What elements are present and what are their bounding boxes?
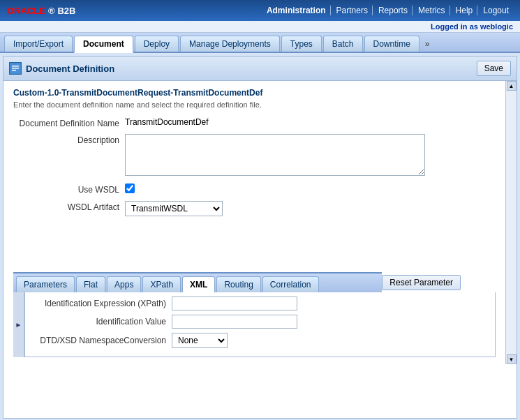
tab-types[interactable]: Types — [281, 36, 322, 52]
id-value-label: Identification Value — [32, 317, 172, 327]
tab-downtime[interactable]: Downtime — [364, 36, 419, 52]
oracle-logo-text: ORACLE — [7, 6, 45, 16]
tab-document[interactable]: Document — [74, 36, 133, 53]
tab-batch[interactable]: Batch — [323, 36, 363, 52]
use-wsdl-row: Use WSDL — [13, 183, 496, 195]
sub-content: Identification Expression (XPath) Identi… — [24, 292, 496, 357]
doc-subtitle: Enter the document definition name and s… — [13, 100, 496, 109]
tab-more[interactable]: » — [421, 36, 434, 52]
login-text: Logged in as — [431, 22, 478, 31]
vertical-scrollbar: ▲ ▼ — [505, 81, 517, 364]
tab-apps[interactable]: Apps — [107, 276, 141, 292]
svg-rect-2 — [12, 68, 19, 69]
tab-parameters[interactable]: Parameters — [16, 276, 75, 292]
tab-correlation[interactable]: Correlation — [262, 276, 319, 292]
b2b-logo-text: B2B — [57, 6, 75, 16]
id-value-row: Identification Value — [32, 315, 488, 329]
wsdl-artifact-row: WSDL Artifact TransmitWSDL — [13, 201, 496, 216]
def-name-value: TransmitDocumentDef — [125, 117, 496, 127]
svg-rect-3 — [12, 70, 16, 71]
doc-path: Custom-1.0-TransmitDocumentRequest-Trans… — [13, 88, 496, 98]
bottom-tabs: Parameters Flat Apps XPath XML Routing C… — [13, 272, 382, 292]
tab-flat[interactable]: Flat — [76, 276, 105, 292]
save-button[interactable]: Save — [477, 61, 511, 76]
tab-import-export[interactable]: Import/Export — [4, 36, 73, 52]
sub-content-area: ► Identification Expression (XPath) Iden… — [13, 292, 496, 357]
tab-deploy[interactable]: Deploy — [135, 36, 179, 52]
scroll-track — [507, 91, 517, 354]
description-label: Description — [13, 134, 125, 145]
scroll-down-button[interactable]: ▼ — [507, 354, 517, 364]
sub-arrow-indicator[interactable]: ► — [13, 292, 24, 357]
tab-xpath[interactable]: XPath — [142, 276, 181, 292]
wsdl-artifact-value: TransmitWSDL — [125, 201, 496, 216]
content-title-area: Document Definition — [9, 62, 114, 75]
id-expression-input[interactable] — [172, 297, 297, 310]
nav-logout[interactable]: Logout — [479, 6, 513, 15]
content-main: Custom-1.0-TransmitDocumentRequest-Trans… — [3, 81, 505, 364]
id-expression-label: Identification Expression (XPath) — [32, 299, 172, 308]
tab-xml[interactable]: XML — [182, 276, 215, 294]
header-nav: Administration Partners Reports Metrics … — [262, 6, 513, 15]
def-name-label: Document Definition Name — [13, 117, 125, 128]
nav-metrics[interactable]: Metrics — [414, 6, 450, 15]
nav-help[interactable]: Help — [452, 6, 478, 15]
wsdl-artifact-select[interactable]: TransmitWSDL — [125, 201, 223, 216]
reset-parameter-button[interactable]: Reset Parameter — [382, 275, 461, 290]
description-textarea[interactable] — [125, 134, 425, 176]
content-title-text: Document Definition — [26, 63, 114, 74]
dtd-row: DTD/XSD NamespaceConversion None Convert… — [32, 333, 488, 348]
sub-content-inner: Identification Expression (XPath) Identi… — [24, 292, 496, 357]
content-area: Document Definition Save Custom-1.0-Tran… — [3, 56, 517, 419]
content-scroll: Custom-1.0-TransmitDocumentRequest-Trans… — [3, 81, 517, 364]
def-name-text: TransmitDocumentDef — [125, 117, 209, 127]
nav-partners[interactable]: Partners — [332, 6, 373, 15]
description-row: Description — [13, 134, 496, 178]
app-header: ORACLE ® B2B Administration Partners Rep… — [0, 0, 520, 21]
login-user: weblogic — [480, 22, 513, 31]
document-icon — [9, 62, 22, 75]
dtd-label: DTD/XSD NamespaceConversion — [32, 336, 172, 345]
id-value-input[interactable] — [172, 315, 297, 329]
id-expression-row: Identification Expression (XPath) — [32, 297, 488, 310]
use-wsdl-label: Use WSDL — [13, 183, 125, 195]
app-logo: ORACLE ® B2B — [7, 6, 76, 16]
use-wsdl-value — [125, 183, 496, 195]
wsdl-artifact-label: WSDL Artifact — [13, 201, 125, 212]
tab-routing[interactable]: Routing — [216, 276, 260, 292]
svg-rect-1 — [12, 66, 19, 67]
nav-reports[interactable]: Reports — [374, 6, 413, 15]
login-bar: Logged in as weblogic — [0, 21, 520, 33]
use-wsdl-checkbox[interactable] — [125, 183, 135, 193]
tab-manage-deployments[interactable]: Manage Deployments — [180, 36, 280, 52]
dtd-select[interactable]: None Convert Remove — [172, 333, 228, 348]
nav-administration[interactable]: Administration — [262, 6, 331, 15]
scroll-up-button[interactable]: ▲ — [507, 81, 517, 91]
description-value — [125, 134, 496, 178]
content-header: Document Definition Save — [3, 57, 517, 81]
def-name-row: Document Definition Name TransmitDocumen… — [13, 117, 496, 128]
main-tabs: Import/Export Document Deploy Manage Dep… — [0, 33, 520, 53]
logo-separator: ® — [48, 6, 55, 16]
